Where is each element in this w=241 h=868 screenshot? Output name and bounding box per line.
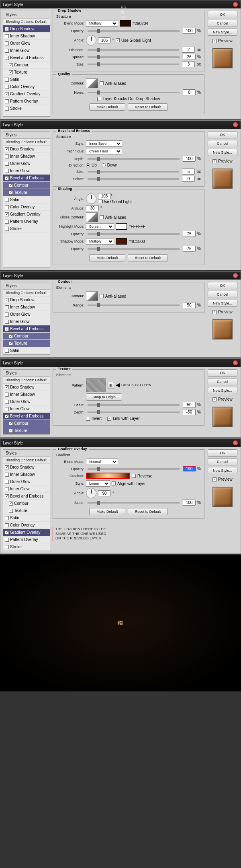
- ok-button[interactable]: OK: [208, 449, 237, 457]
- depth-slider[interactable]: [88, 158, 180, 160]
- checkbox-icon[interactable]: [9, 70, 13, 74]
- noise-slider[interactable]: [88, 92, 180, 93]
- sidebar-inner-glow[interactable]: Inner Glow: [3, 47, 50, 54]
- ok-button[interactable]: OK: [208, 369, 237, 376]
- cancel-button[interactable]: Cancel: [208, 458, 237, 465]
- angle-dial[interactable]: [86, 35, 96, 45]
- scale-input[interactable]: [183, 402, 196, 408]
- soften-slider[interactable]: [88, 178, 179, 180]
- ok-button[interactable]: OK: [208, 11, 237, 18]
- close-icon[interactable]: [233, 273, 238, 278]
- new-pattern-icon[interactable]: ⊞: [108, 382, 114, 389]
- checkbox-icon[interactable]: [9, 63, 13, 67]
- new-style-button[interactable]: New Style...: [208, 29, 237, 36]
- ok-button[interactable]: OK: [208, 131, 237, 138]
- anti-alias-checkbox[interactable]: [100, 294, 104, 298]
- reset-default-button[interactable]: Reset to Default: [128, 103, 168, 111]
- reset-default-button[interactable]: Reset to Default: [128, 508, 168, 515]
- cancel-button[interactable]: Cancel: [208, 378, 237, 385]
- gradient-picker[interactable]: [86, 473, 130, 479]
- knockout-checkbox[interactable]: [97, 97, 101, 101]
- make-default-button[interactable]: Make Default: [89, 103, 125, 111]
- opacity-slider[interactable]: [88, 468, 180, 470]
- new-style-button[interactable]: New Style...: [208, 467, 237, 474]
- shadow-opacity-slider[interactable]: [88, 248, 180, 250]
- sidebar-bevel[interactable]: Bevel and Emboss: [3, 54, 50, 62]
- color-swatch[interactable]: [120, 20, 131, 27]
- spread-input[interactable]: [183, 54, 196, 60]
- highlight-opacity-input[interactable]: [183, 231, 196, 237]
- ok-button[interactable]: OK: [208, 282, 237, 289]
- size-slider[interactable]: [88, 171, 179, 173]
- shadow-opacity-input[interactable]: [183, 246, 196, 252]
- blending-options[interactable]: Blending Options: Default: [3, 19, 50, 25]
- reset-default-button[interactable]: Reset to Default: [128, 254, 168, 261]
- cancel-button[interactable]: Cancel: [208, 291, 237, 298]
- highlight-color[interactable]: [116, 223, 127, 230]
- sidebar-gradient-overlay[interactable]: Gradient Overlay: [3, 529, 50, 536]
- blend-mode-select[interactable]: Multiply: [86, 20, 118, 27]
- spread-slider[interactable]: [88, 56, 180, 58]
- sidebar-inner-shadow[interactable]: Inner Shadow: [3, 33, 50, 40]
- anti-alias-checkbox[interactable]: [100, 81, 104, 85]
- align-layer-checkbox[interactable]: [112, 481, 116, 485]
- pattern-picker[interactable]: [86, 378, 106, 392]
- sidebar-texture[interactable]: Texture: [3, 427, 50, 434]
- contour-picker[interactable]: [86, 291, 98, 301]
- global-light-checkbox[interactable]: [116, 38, 120, 42]
- shadow-color[interactable]: [116, 238, 127, 245]
- distance-input[interactable]: [182, 47, 195, 53]
- snap-origin-button[interactable]: Snap to Origin: [86, 393, 122, 401]
- checkbox-icon[interactable]: [5, 107, 9, 111]
- checkbox-icon[interactable]: [5, 34, 9, 38]
- sidebar-bevel[interactable]: Bevel and Emboss: [3, 175, 50, 182]
- make-default-button[interactable]: Make Default: [89, 254, 125, 261]
- opacity-input[interactable]: [183, 466, 196, 471]
- style-select[interactable]: Linear: [86, 480, 110, 487]
- angle-input[interactable]: [98, 193, 111, 199]
- sidebar-gradient-overlay[interactable]: Gradient Overlay: [3, 91, 50, 98]
- angle-dial[interactable]: [86, 488, 96, 498]
- anti-alias-checkbox[interactable]: [100, 215, 104, 219]
- scale-slider[interactable]: [88, 404, 180, 406]
- sidebar-texture[interactable]: Texture: [3, 69, 50, 76]
- checkbox-icon[interactable]: [5, 56, 9, 60]
- checkbox-icon[interactable]: [5, 49, 9, 53]
- preview-checkbox[interactable]: [212, 397, 216, 401]
- sidebar-color-overlay[interactable]: Color Overlay: [3, 83, 50, 91]
- sidebar-drop-shadow[interactable]: Drop Shadow: [3, 146, 50, 153]
- angle-input[interactable]: [98, 37, 111, 43]
- preview-checkbox[interactable]: [212, 159, 216, 163]
- depth-slider[interactable]: [88, 411, 180, 413]
- sidebar-contour[interactable]: Contour: [3, 62, 50, 69]
- reverse-checkbox[interactable]: [132, 474, 136, 478]
- scale-slider[interactable]: [88, 502, 180, 504]
- gloss-contour-picker[interactable]: [86, 212, 98, 222]
- style-select[interactable]: Inner Bevel: [86, 140, 122, 147]
- direction-down-radio[interactable]: [102, 163, 106, 167]
- new-style-button[interactable]: New Style...: [208, 149, 237, 156]
- opacity-input[interactable]: [183, 28, 196, 34]
- soften-input[interactable]: [182, 176, 195, 182]
- shadow-mode-select[interactable]: Multiply: [86, 238, 114, 245]
- sidebar-pattern-overlay[interactable]: Pattern Overlay: [3, 98, 50, 105]
- checkbox-icon[interactable]: [5, 85, 9, 89]
- scale-input[interactable]: [183, 500, 196, 506]
- depth-input[interactable]: [183, 409, 196, 415]
- cancel-button[interactable]: Cancel: [208, 140, 237, 147]
- close-icon[interactable]: [233, 440, 238, 446]
- close-icon[interactable]: [233, 122, 238, 128]
- angle-dial[interactable]: [86, 193, 96, 204]
- distance-slider[interactable]: [88, 49, 179, 51]
- technique-select[interactable]: Chisel Hard: [86, 148, 122, 154]
- opacity-slider[interactable]: [88, 30, 180, 32]
- checkbox-icon[interactable]: [5, 92, 9, 96]
- sidebar-contour[interactable]: Contour: [3, 333, 50, 340]
- cancel-button[interactable]: Cancel: [208, 20, 237, 27]
- invert-checkbox[interactable]: [86, 417, 90, 421]
- preview-checkbox[interactable]: [212, 39, 216, 43]
- range-input[interactable]: [183, 302, 196, 308]
- altitude-input[interactable]: [86, 205, 99, 211]
- sidebar-satin[interactable]: Satin: [3, 76, 50, 83]
- size-input[interactable]: [182, 61, 195, 67]
